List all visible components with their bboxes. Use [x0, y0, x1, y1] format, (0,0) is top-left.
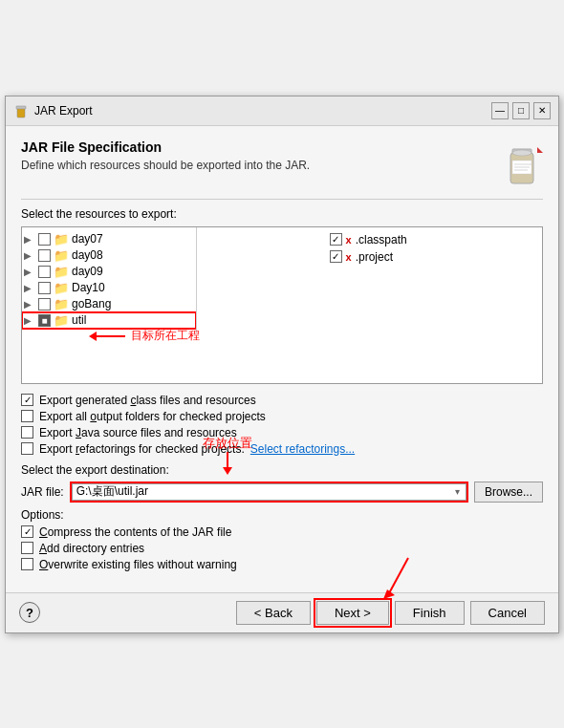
title-bar: JAR Export — □ ✕	[6, 96, 558, 126]
destination-section: 存放位置 Select the export destination: JAR …	[21, 463, 543, 503]
checkbox-overwrite[interactable]	[21, 558, 33, 570]
checkbox-day07[interactable]	[38, 233, 51, 246]
label-export-refactoring: Export refactorings for checked projects…	[39, 442, 245, 456]
checkbox-day10[interactable]	[38, 282, 51, 294]
svg-marker-11	[89, 332, 97, 341]
folder-icon-util: 📁	[54, 313, 69, 328]
option-compress[interactable]: Compress the contents of the JAR file	[21, 525, 543, 539]
folder-icon-day10: 📁	[54, 281, 69, 295]
project-tree[interactable]: ▶ 📁 day07 ▶ 📁 day08 ▶	[22, 227, 197, 332]
folder-icon-gobang: 📁	[54, 297, 69, 311]
jar-export-window: JAR Export — □ ✕ JAR File Specification …	[5, 96, 559, 633]
x-badge-classpath: x	[346, 234, 352, 246]
checkbox-export-output[interactable]	[21, 410, 33, 422]
tree-panel-wrapper: ▶ 📁 day07 ▶ 📁 day08 ▶	[22, 227, 324, 383]
option-export-refactoring[interactable]: Export refactorings for checked projects…	[21, 442, 543, 456]
file-item-project[interactable]: x .project	[324, 248, 542, 266]
label-classpath: .classpath	[356, 233, 407, 246]
title-bar-left: JAR Export	[13, 103, 93, 118]
label-overwrite: Overwrite existing files without warning	[39, 558, 237, 571]
label-util: util	[72, 313, 86, 327]
header-text-area: JAR File Specification Define which reso…	[21, 139, 310, 182]
jar-illustration-icon	[501, 139, 543, 189]
finish-button[interactable]: Finish	[395, 601, 465, 625]
maximize-button[interactable]: □	[512, 102, 530, 119]
checkbox-project[interactable]	[330, 250, 342, 263]
cancel-button[interactable]: Cancel	[470, 601, 545, 625]
svg-rect-0	[17, 108, 25, 118]
option-export-source[interactable]: Export Java source files and resources	[21, 426, 543, 439]
file-panel[interactable]: x .classpath x .project	[324, 227, 542, 383]
chevron-day10: ▶	[24, 283, 35, 293]
chevron-day08: ▶	[24, 250, 35, 261]
checkbox-export-class[interactable]	[21, 394, 33, 406]
next-button[interactable]: Next >	[316, 601, 389, 625]
options-section: Options: Compress the contents of the JA…	[21, 508, 543, 571]
label-add-dir: Add directory entries	[39, 542, 144, 555]
checkbox-classpath[interactable]	[330, 233, 342, 246]
dropdown-arrow-icon[interactable]: ▾	[453, 486, 462, 497]
export-dest-label: Select the export destination:	[21, 463, 543, 477]
label-compress: Compress the contents of the JAR file	[39, 525, 231, 539]
label-project: .project	[356, 250, 393, 264]
nav-buttons: < Back Next > Finish Cancel	[236, 601, 545, 625]
next-button-area: Next >	[316, 601, 389, 625]
checkbox-export-source[interactable]	[21, 426, 33, 439]
chevron-gobang: ▶	[24, 299, 35, 310]
title-bar-controls: — □ ✕	[491, 102, 551, 119]
label-export-class: Export generated class files and resourc…	[39, 394, 256, 407]
folder-icon-day08: 📁	[54, 248, 69, 263]
window-title: JAR Export	[34, 104, 93, 118]
checkbox-day09[interactable]	[38, 266, 51, 278]
help-button[interactable]: ?	[19, 602, 40, 623]
tree-item-gobang[interactable]: ▶ 📁 goBang	[22, 296, 196, 312]
header-divider	[21, 199, 543, 200]
options-label: Options:	[21, 508, 543, 522]
tree-item-day07[interactable]: ▶ 📁 day07	[22, 231, 196, 247]
back-button[interactable]: < Back	[236, 601, 311, 625]
label-gobang: goBang	[72, 297, 111, 310]
checkbox-gobang[interactable]	[38, 298, 51, 310]
export-options-area: Export generated class files and resourc…	[21, 394, 543, 456]
minimize-button[interactable]: —	[491, 102, 509, 119]
option-overwrite[interactable]: Overwrite existing files without warning	[21, 558, 543, 571]
jar-input-wrapper: ▾	[72, 483, 466, 501]
checkbox-day08[interactable]	[38, 249, 51, 262]
svg-rect-1	[16, 106, 26, 109]
folder-icon-day07: 📁	[54, 232, 69, 246]
tree-item-day09[interactable]: ▶ 📁 day09	[22, 264, 196, 280]
label-export-source: Export Java source files and resources	[39, 426, 237, 439]
folder-icon-day09: 📁	[54, 265, 69, 279]
dialog-subtitle: Define which resources should be exporte…	[21, 159, 310, 172]
checkbox-export-refactoring[interactable]	[21, 442, 33, 455]
chevron-util: ▶	[24, 315, 35, 326]
option-add-dir[interactable]: Add directory entries	[21, 542, 543, 555]
jar-file-input[interactable]	[76, 485, 453, 499]
chevron-day09: ▶	[24, 267, 35, 277]
option-export-class[interactable]: Export generated class files and resourc…	[21, 394, 543, 407]
checkbox-util[interactable]: ■	[38, 314, 51, 327]
label-day08: day08	[72, 248, 103, 262]
checkbox-add-dir[interactable]	[21, 542, 33, 554]
file-item-classpath[interactable]: x .classpath	[324, 231, 542, 248]
label-export-output: Export all output folders for checked pr…	[39, 410, 266, 423]
checkbox-compress[interactable]	[21, 525, 33, 538]
x-badge-project: x	[346, 251, 352, 263]
label-day10: Day10	[72, 281, 105, 294]
jar-file-label: JAR file:	[21, 485, 64, 499]
jar-file-row: JAR file: ▾ Browse...	[21, 482, 543, 503]
svg-point-4	[512, 150, 531, 156]
dialog-content: JAR File Specification Define which reso…	[6, 126, 558, 592]
browse-button[interactable]: Browse...	[474, 482, 543, 503]
tree-item-day10[interactable]: ▶ 📁 Day10	[22, 280, 196, 296]
close-button[interactable]: ✕	[533, 102, 551, 119]
header-area: JAR File Specification Define which reso…	[21, 139, 543, 189]
option-export-output[interactable]: Export all output folders for checked pr…	[21, 410, 543, 423]
resources-label: Select the resources to export:	[21, 207, 543, 221]
select-refactorings-link[interactable]: Select refactorings...	[250, 442, 355, 456]
chevron-day07: ▶	[24, 234, 35, 245]
bottom-bar: ? < Back Next > Finish Cancel	[6, 592, 558, 632]
tree-item-day08[interactable]: ▶ 📁 day08	[22, 247, 196, 264]
tree-item-util[interactable]: ▶ ■ 📁 util	[22, 312, 196, 329]
dialog-title: JAR File Specification	[21, 139, 310, 155]
